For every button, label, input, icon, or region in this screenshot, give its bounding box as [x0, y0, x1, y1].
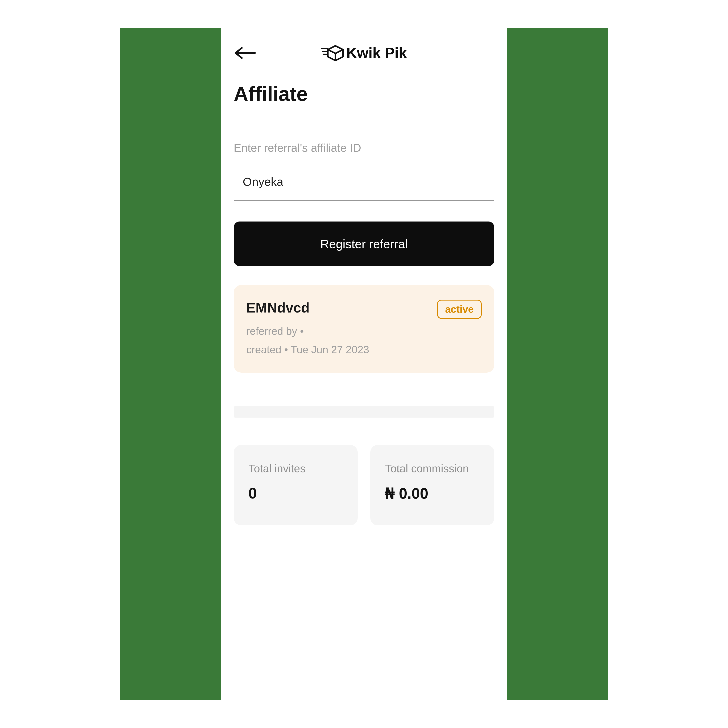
app-frame: Kwik Pik Affiliate Enter referral's affi…	[120, 28, 608, 700]
total-invites-card: Total invites 0	[234, 445, 358, 525]
package-icon	[321, 44, 344, 61]
right-green-bar	[507, 28, 608, 700]
referral-code: EMNdvcd	[246, 300, 310, 316]
page-title: Affiliate	[234, 83, 494, 106]
referred-by-line: referred by •	[246, 325, 482, 337]
brand-name: Kwik Pik	[346, 44, 407, 61]
stats-row: Total invites 0 Total commission ₦ 0.00	[234, 445, 494, 525]
total-invites-label: Total invites	[248, 462, 345, 476]
status-badge: active	[437, 300, 482, 319]
created-line: created • Tue Jun 27 2023	[246, 344, 482, 356]
screen-content: Kwik Pik Affiliate Enter referral's affi…	[221, 28, 507, 700]
arrow-left-icon	[234, 47, 257, 59]
register-referral-button[interactable]: Register referral	[234, 222, 494, 266]
header: Kwik Pik	[234, 40, 494, 66]
brand-logo: Kwik Pik	[321, 44, 407, 61]
total-commission-value: ₦ 0.00	[385, 485, 482, 502]
total-commission-label: Total commission	[385, 462, 482, 476]
total-commission-card: Total commission ₦ 0.00	[370, 445, 494, 525]
left-green-bar	[120, 28, 221, 700]
section-divider	[234, 406, 494, 418]
affiliate-id-label: Enter referral's affiliate ID	[234, 141, 494, 154]
affiliate-id-input[interactable]	[234, 163, 494, 200]
total-invites-value: 0	[248, 485, 345, 502]
back-button[interactable]	[234, 46, 257, 60]
referral-card: EMNdvcd active referred by • created • T…	[234, 285, 494, 373]
